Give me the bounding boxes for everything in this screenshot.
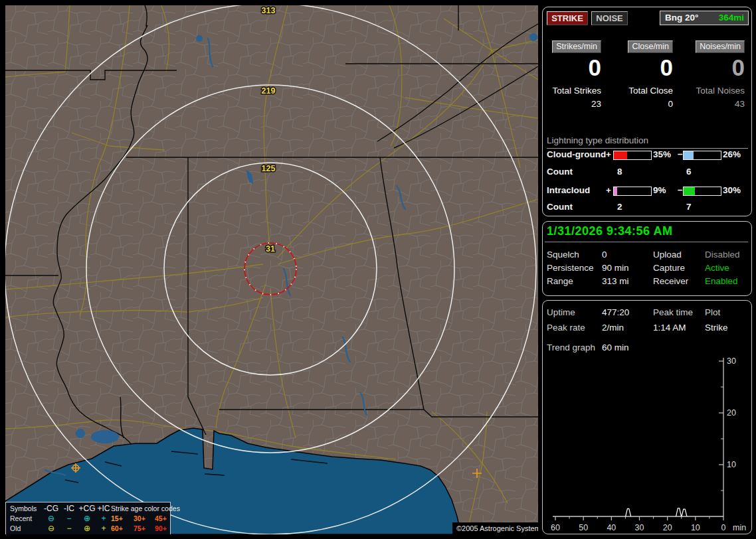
svg-text:60: 60	[551, 523, 560, 532]
strikes-per-min-value: 0	[544, 54, 601, 81]
strike-button[interactable]: STRIKE	[547, 11, 588, 25]
ic-neg-bar	[683, 187, 721, 196]
bearing-label: Bng 20°	[665, 11, 698, 25]
map-canvas[interactable]: 313 219 125 31 Symbols -CG -IC	[5, 5, 538, 534]
svg-text:50: 50	[579, 523, 588, 532]
legend-symbols-header: Symbols	[10, 504, 42, 512]
bearing-display: Bng 20° 364mi	[660, 11, 749, 25]
ic-neg-pct: 30%	[723, 185, 741, 195]
total-close-label: Total Close	[616, 86, 673, 96]
trend-panel: Uptime 477:20 Peak time Plot Peak rate 2…	[542, 300, 752, 534]
legend-pic-header: +IC	[96, 505, 111, 512]
svg-text:30: 30	[727, 356, 736, 366]
age-60: 60+	[111, 524, 134, 532]
svg-text:min: min	[733, 523, 746, 532]
persistence-label: Persistence	[547, 263, 594, 273]
pos-ic-old-icon: +	[96, 525, 111, 532]
age-30: 30+	[134, 514, 155, 522]
svg-text:10: 10	[691, 523, 700, 532]
upload-label: Upload	[653, 250, 682, 260]
status-panel: 1/31/2026 9:34:56 AM Squelch 0 Upload Di…	[542, 221, 752, 296]
cg-pos-sign: +	[606, 149, 611, 159]
svg-text:20: 20	[727, 408, 736, 418]
ring-label-313: 313	[262, 6, 276, 15]
cg-neg-bar	[683, 151, 721, 160]
noises-per-min-button[interactable]: Noises/min	[696, 40, 745, 53]
age-15: 15+	[111, 514, 134, 522]
legend-pcg-header: +CG	[78, 505, 96, 512]
capture-value: Active	[705, 263, 729, 273]
cg-count-label: Count	[547, 167, 573, 177]
upload-value: Disabled	[705, 250, 740, 260]
pos-cg-recent-icon: ⊕	[78, 515, 96, 522]
cg-pos-pct: 35%	[653, 149, 671, 159]
datetime-display: 1/31/2026 9:34:56 AM	[547, 224, 672, 238]
total-strikes-label: Total Strikes	[544, 86, 601, 96]
bearing-distance: 364mi	[719, 11, 744, 25]
receiver-label: Receiver	[653, 276, 688, 286]
map-legend: Symbols -CG -IC +CG +IC Strike age color…	[5, 502, 171, 534]
ic-count-label: Count	[547, 202, 573, 212]
trend-graph: 6050403020100min302010	[543, 301, 751, 534]
squelch-value: 0	[602, 250, 607, 260]
ic-neg-count: 7	[686, 202, 692, 212]
svg-text:10: 10	[727, 460, 736, 469]
ring-label-219: 219	[262, 86, 276, 96]
strikes-per-min-button[interactable]: Strikes/min	[552, 40, 601, 53]
cg-neg-count: 6	[686, 167, 692, 177]
noises-per-min-value: 0	[688, 54, 745, 81]
legend-ncg-header: -CG	[42, 505, 60, 512]
strikes-column: Strikes/min 0 Total Strikes 23	[544, 40, 601, 109]
noise-button[interactable]: NOISE	[591, 11, 628, 25]
total-noises-label: Total Noises	[688, 86, 745, 96]
receiver-value: Enabled	[705, 276, 738, 286]
cg-pos-count: 8	[617, 167, 622, 177]
pos-cg-old-icon: ⊕	[78, 525, 96, 532]
squelch-label: Squelch	[547, 250, 579, 260]
neg-cg-recent-icon: ⊖	[42, 515, 60, 522]
range-label: Range	[547, 276, 573, 286]
cg-neg-sign: −	[678, 149, 683, 159]
ic-neg-sign: −	[678, 185, 683, 195]
range-value: 313 mi	[602, 276, 629, 286]
neg-ic-recent-icon: −	[60, 515, 78, 522]
noises-column: Noises/min 0 Total Noises 43	[688, 40, 745, 109]
ic-pos-sign: +	[606, 185, 611, 195]
distribution-title: Lightning type distribution	[547, 135, 748, 149]
datetime-rule	[545, 242, 748, 242]
close-column: Close/min 0 Total Close 0	[616, 40, 673, 109]
total-close-value: 0	[616, 99, 673, 109]
capture-label: Capture	[653, 263, 685, 273]
intracloud-label: Intracloud	[547, 185, 590, 195]
legend-nic-header: -IC	[60, 505, 78, 512]
total-noises-value: 43	[688, 99, 745, 109]
ring-label-31: 31	[266, 244, 275, 254]
ic-pos-bar	[613, 187, 652, 196]
pos-ic-recent-icon: +	[96, 515, 111, 522]
legend-age-title: Strike age color codes	[111, 504, 177, 512]
neg-cg-old-icon: ⊖	[42, 525, 60, 532]
ic-pos-pct: 9%	[653, 185, 666, 195]
legend-old-label: Old	[10, 524, 42, 532]
counter-panel: STRIKE NOISE Bng 20° 364mi Strikes/min 0…	[542, 7, 752, 216]
total-strikes-value: 23	[544, 99, 601, 109]
cg-pos-bar	[613, 151, 652, 160]
persistence-value: 90 min	[602, 263, 629, 273]
age-90: 90+	[155, 524, 177, 532]
age-75: 75+	[134, 524, 155, 532]
age-45: 45+	[155, 514, 177, 522]
ring-label-125: 125	[262, 164, 276, 173]
neg-ic-old-icon: −	[60, 525, 78, 532]
cloud-ground-label: Cloud-ground	[547, 149, 606, 159]
lightning-tracker-screen: 313 219 125 31 Symbols -CG -IC	[0, 0, 756, 539]
svg-text:0: 0	[721, 523, 726, 532]
cg-neg-pct: 26%	[723, 149, 741, 159]
svg-text:20: 20	[663, 523, 672, 532]
svg-text:40: 40	[607, 523, 616, 532]
legend-recent-label: Recent	[10, 514, 42, 522]
ic-pos-count: 2	[617, 202, 622, 212]
svg-text:30: 30	[635, 523, 644, 532]
close-per-min-button[interactable]: Close/min	[628, 40, 673, 53]
copyright-text: ©2005 Astrogenic Systems	[452, 522, 538, 534]
close-per-min-value: 0	[616, 54, 673, 81]
